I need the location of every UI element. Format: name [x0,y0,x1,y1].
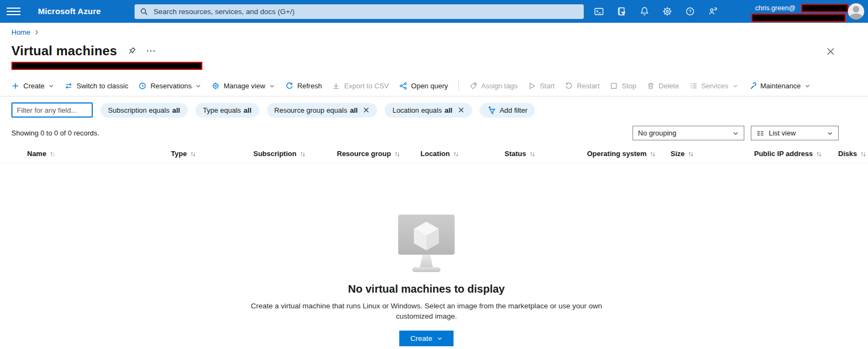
trash-icon [647,82,655,90]
sort-icon: ↑↓ [816,150,822,158]
breadcrumb-home-link[interactable]: Home [11,28,30,36]
brand-title: Microsoft Azure [38,7,101,16]
page-title: Virtual machines [11,43,117,59]
chevron-down-icon [195,83,201,89]
feedback-icon[interactable] [707,6,718,17]
cloud-shell-icon[interactable] [593,6,604,17]
command-toolbar: Create Switch to classic Reservations Ma… [0,75,868,96]
sort-icon: ↑↓ [190,150,196,158]
restart-icon [565,82,573,90]
export-to-csv-button[interactable]: Export to CSV [332,82,388,90]
close-icon[interactable] [826,47,837,57]
view-select[interactable]: List view [751,126,839,140]
stop-square-icon [610,82,618,90]
restart-button[interactable]: Restart [565,82,599,90]
create-button[interactable]: Create [11,82,54,90]
table-header: Name↑↓ Type↑↓ Subscription↑↓ Resource gr… [0,147,868,163]
refresh-button[interactable]: Refresh [285,82,322,90]
grouping-select[interactable]: No grouping [633,126,744,140]
notifications-bell-icon[interactable] [639,6,650,17]
add-filter-funnel-icon [487,106,496,114]
manage-view-button[interactable]: Manage view [212,82,275,90]
breadcrumb: Home [11,28,39,36]
hamburger-menu-icon[interactable] [7,5,21,17]
sort-icon: ↑↓ [529,150,535,158]
top-bar: Microsoft Azure ? chris.green@ [0,0,868,23]
chevron-down-icon [269,83,275,89]
wrench-icon [749,82,757,90]
filter-pill-subscription[interactable]: Subscription equalsall [100,103,188,118]
avatar[interactable] [848,3,864,20]
topbar-icons: ? [593,0,718,23]
gear-icon [212,82,220,90]
start-button[interactable]: Start [528,82,554,90]
sort-icon: ↑↓ [299,150,305,158]
chevron-down-icon [805,83,810,89]
clock-icon [138,82,146,90]
column-header-operating-system[interactable]: Operating system↑↓ [587,150,655,158]
add-filter-button[interactable]: Add filter [480,103,535,118]
sort-icon: ↑↓ [453,150,459,158]
chevron-down-icon [827,130,833,137]
column-header-size[interactable]: Size↑↓ [671,150,694,158]
tag-icon [469,82,477,90]
redaction-user-directory [751,14,846,22]
plus-icon [11,82,20,90]
user-email[interactable]: chris.green@ [755,4,796,12]
search-input[interactable] [152,7,578,16]
sort-icon: ↑↓ [688,150,694,158]
sort-icon: ↑↓ [860,150,866,158]
column-header-public-ip[interactable]: Public IP address↑↓ [754,150,822,158]
filter-bar: Subscription equalsall Type equalsall Re… [11,102,535,118]
column-header-location[interactable]: Location↑↓ [420,150,459,158]
chevron-down-icon [732,83,738,89]
global-search[interactable] [135,4,584,19]
monitor-vm-illustration [380,215,473,274]
redaction-subtitle [11,62,202,70]
list-view-icon [756,129,764,137]
sort-icon: ↑↓ [650,150,656,158]
remove-filter-icon[interactable] [458,107,464,113]
services-list-icon [690,82,698,90]
ellipsis-menu-icon[interactable] [146,49,156,53]
settings-gear-icon[interactable] [662,6,673,17]
records-summary: Showing 0 to 0 of 0 records. [11,129,99,137]
stop-button[interactable]: Stop [610,82,636,90]
page-title-row: Virtual machines [11,43,156,59]
svg-text:?: ? [688,8,691,14]
filter-pill-location[interactable]: Location equalsall [385,103,472,118]
empty-state-description: Create a virtual machine that runs Linux… [246,301,607,321]
reservations-button[interactable]: Reservations [138,82,201,90]
switch-to-classic-button[interactable]: Switch to classic [65,82,128,90]
column-header-status[interactable]: Status↑↓ [505,150,535,158]
open-query-button[interactable]: Open query [399,82,448,90]
column-header-name[interactable]: Name↑↓ [27,150,55,158]
search-icon [140,8,148,16]
column-header-subscription[interactable]: Subscription↑↓ [253,150,305,158]
directory-filter-icon[interactable] [616,6,627,17]
pin-icon[interactable] [127,47,136,56]
maintenance-button[interactable]: Maintenance [749,82,810,90]
download-icon [332,82,340,90]
help-icon[interactable]: ? [685,6,695,17]
filter-pill-type[interactable]: Type equalsall [195,103,259,118]
swap-arrows-icon [65,82,73,90]
empty-state-title: No virtual machines to display [237,283,616,295]
sort-icon: ↑↓ [49,150,55,158]
play-icon [528,82,536,90]
toolbar-separator [458,80,459,91]
services-button[interactable]: Services [690,82,738,90]
filter-input[interactable] [11,102,93,118]
chevron-down-icon [437,335,443,341]
chevron-down-icon [732,130,739,137]
filter-pill-resource-group[interactable]: Resource group equalsall [267,103,378,118]
column-header-type[interactable]: Type↑↓ [171,150,196,158]
remove-filter-icon[interactable] [363,107,369,113]
column-header-resource-group[interactable]: Resource group↑↓ [337,150,400,158]
create-vm-button[interactable]: Create [399,331,454,346]
redaction-email-domain [801,4,848,12]
delete-button[interactable]: Delete [647,82,679,90]
query-branch-icon [399,82,407,90]
assign-tags-button[interactable]: Assign tags [469,82,518,90]
column-header-disks[interactable]: Disks↑↓ [838,150,866,158]
